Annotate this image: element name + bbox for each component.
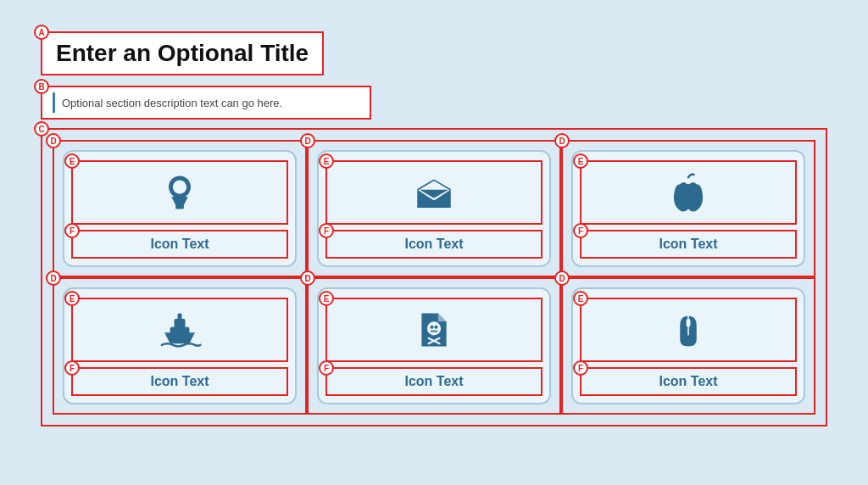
text-area-5: F Icon Text: [326, 367, 542, 396]
label-E-3: E: [573, 153, 588, 169]
card-text-1: Icon Text: [150, 237, 209, 251]
inner-card-3: E F Icon Text: [571, 150, 805, 267]
icon-area-5: E: [326, 298, 542, 362]
label-C: C: [34, 121, 49, 137]
text-area-3: F Icon Text: [580, 230, 797, 259]
label-E-6: E: [573, 291, 588, 306]
skull-icon: [412, 308, 456, 352]
label-F-4: F: [64, 360, 80, 376]
card-text-2: Icon Text: [404, 237, 463, 251]
description-text: Optional section description text can go…: [62, 97, 282, 109]
title-section: A Enter an Optional Title: [41, 31, 324, 75]
page-title: Enter an Optional Title: [56, 40, 309, 67]
apple-icon: [666, 170, 710, 215]
card-text-4: Icon Text: [150, 374, 209, 388]
card-text-3: Icon Text: [659, 237, 717, 251]
card-grid: D E F Icon Text: [53, 140, 815, 415]
description-bar: [53, 92, 55, 113]
label-D-1: D: [46, 133, 61, 148]
svg-point-9: [434, 326, 437, 329]
label-D-4: D: [46, 270, 61, 286]
icon-area-4: E: [71, 298, 288, 362]
card-cell-2: D E F: [307, 140, 561, 277]
icon-area-3: E: [580, 160, 797, 225]
svg-rect-6: [178, 314, 182, 321]
envelope-icon: [412, 170, 456, 215]
label-E-5: E: [319, 291, 334, 306]
label-F-5: F: [319, 360, 334, 376]
award-icon: [158, 170, 202, 215]
label-A: A: [34, 25, 49, 40]
label-F-6: F: [573, 360, 588, 376]
label-E-2: E: [319, 153, 334, 169]
label-D-2: D: [300, 133, 315, 148]
svg-rect-5: [175, 319, 186, 328]
card-text-6: Icon Text: [659, 374, 717, 388]
label-B: B: [34, 79, 49, 94]
label-E-4: E: [64, 291, 80, 306]
icon-area-2: E: [326, 160, 542, 225]
card-cell-6: D E F: [561, 277, 815, 415]
label-F-3: F: [573, 223, 588, 238]
outer-container: C D E: [41, 128, 827, 426]
label-E-1: E: [64, 153, 80, 169]
mouse-icon: [666, 308, 710, 352]
icon-area-6: E: [580, 298, 797, 362]
inner-card-4: E: [63, 287, 297, 404]
label-F-1: F: [64, 223, 80, 238]
text-area-4: F Icon Text: [71, 367, 288, 396]
inner-card-5: E: [317, 287, 551, 404]
card-cell-5: D E: [307, 277, 561, 415]
card-cell-3: D E F Icon Text: [561, 140, 815, 277]
text-area-2: F Icon Text: [326, 230, 542, 259]
description-section: B Optional section description text can …: [41, 86, 371, 120]
svg-point-1: [173, 180, 186, 193]
inner-card-2: E F Icon Text: [317, 150, 551, 267]
label-D-5: D: [300, 270, 315, 286]
label-F-2: F: [319, 223, 334, 238]
page-wrapper: A Enter an Optional Title B Optional sec…: [27, 18, 841, 467]
card-cell-4: D E: [53, 277, 307, 415]
ship-icon: [158, 308, 202, 352]
svg-point-7: [427, 321, 441, 335]
inner-card-1: E F Icon Text: [63, 150, 297, 267]
card-cell-1: D E F Icon Text: [53, 140, 307, 277]
inner-card-6: E F Icon Text: [571, 287, 805, 404]
card-text-5: Icon Text: [404, 374, 463, 388]
label-D-6: D: [554, 270, 570, 286]
text-area-1: F Icon Text: [71, 230, 288, 259]
label-D-3: D: [554, 133, 570, 148]
svg-point-8: [431, 326, 434, 329]
text-area-6: F Icon Text: [580, 367, 797, 396]
icon-area-1: E: [71, 160, 288, 225]
